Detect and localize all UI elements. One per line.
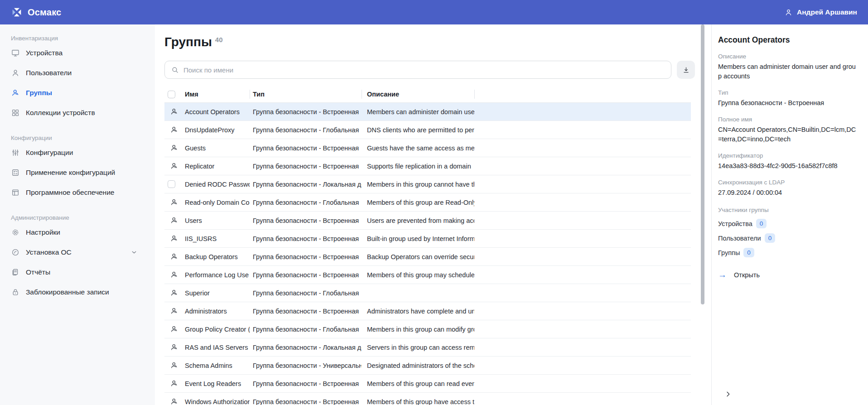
user-menu[interactable]: Андрей Аршавин	[784, 8, 857, 17]
sidebar-item-configurations[interactable]: Конфигурации	[11, 143, 155, 163]
download-icon	[682, 66, 690, 74]
table-row[interactable]: Event Log Readers Группа безопасности - …	[164, 375, 691, 393]
table-row[interactable]: Backup Operators Группа безопасности - В…	[164, 248, 691, 266]
top-header: Осмакс Андрей Аршавин	[0, 0, 868, 24]
table-row[interactable]: DnsUpdateProxy Группа безопасности - Гло…	[164, 121, 691, 139]
details-field-value: Members can administer domain user and g…	[718, 62, 857, 81]
sidebar-section: Конфигурации Конфигурации Применение кон…	[11, 134, 155, 202]
table-row[interactable]: Superior Группа безопасности - Глобальна…	[164, 284, 691, 302]
table-row[interactable]: Administrators Группа безопасности - Вст…	[164, 302, 691, 320]
group-icon	[170, 234, 178, 243]
group-icon	[170, 162, 178, 170]
details-field-value: Группа безопасности - Встроенная	[718, 98, 857, 108]
sidebar-item-os-install[interactable]: Установка ОС	[11, 242, 155, 262]
group-icon	[170, 397, 178, 405]
details-field: Идентификатор 14ea3a83-88d3-4fc2-90d5-16…	[718, 151, 857, 171]
sidebar-section: Инвентаризация Устройства Пользователи Г…	[11, 34, 155, 123]
table-row[interactable]: Performance Log Use Группа безопасности …	[164, 266, 691, 284]
sidebar-item-device-collections[interactable]: Коллекции устройств	[11, 103, 155, 123]
details-field: Тип Группа безопасности - Встроенная	[718, 88, 857, 108]
row-type: Группа безопасности - Встроенная	[250, 271, 362, 279]
arrow-right-icon: →	[718, 270, 727, 279]
details-field: Синхронизация с LDAP 27.09.2024 / 00:00:…	[718, 178, 857, 198]
details-field: Описание Members can administer domain u…	[718, 52, 857, 81]
search-icon	[171, 66, 179, 74]
row-type: Группа безопасности - Глобальная	[250, 126, 362, 134]
sidebar-item-software[interactable]: Программное обеспечение	[11, 183, 155, 202]
row-type: Группа безопасности - Встроенная	[250, 398, 362, 405]
disc-icon	[11, 248, 20, 257]
table-row[interactable]: Replicator Группа безопасности - Встроен…	[164, 157, 691, 175]
row-type: Группа безопасности - Локальная до	[250, 344, 362, 351]
row-description: Members of this group have access to	[362, 398, 474, 405]
row-name: Replicator	[184, 163, 250, 170]
sidebar-item-users[interactable]: Пользователи	[11, 63, 155, 83]
open-link[interactable]: → Открыть	[718, 270, 857, 279]
sidebar-item-config-apply[interactable]: Применение конфигураций	[11, 163, 155, 183]
layout-icon	[11, 188, 20, 197]
table-row[interactable]: Account Operators Группа безопасности - …	[164, 103, 691, 121]
row-type: Группа безопасности - Встроенная	[250, 108, 362, 116]
table-row[interactable]: Guests Группа безопасности - Встроенная …	[164, 139, 691, 157]
row-description: DNS clients who are permitted to perfo	[362, 126, 474, 134]
row-name: Administrators	[184, 308, 250, 315]
gear-icon	[11, 228, 20, 237]
vertical-scrollbar[interactable]	[701, 24, 704, 304]
row-name: RAS and IAS Servers	[184, 344, 250, 351]
table-row[interactable]: Read-only Domain Co Группа безопасности …	[164, 193, 691, 212]
table-row[interactable]: IIS_IUSRS Группа безопасности - Встроенн…	[164, 230, 691, 248]
row-checkbox[interactable]	[168, 180, 175, 188]
row-type: Группа безопасности - Глобальная	[250, 289, 362, 297]
sidebar-item-label: Применение конфигураций	[26, 169, 115, 177]
row-type: Группа безопасности - Встроенная	[250, 145, 362, 152]
details-field-label: Тип	[718, 88, 857, 97]
collapse-panel-button[interactable]	[722, 388, 734, 400]
search-row	[164, 61, 695, 79]
row-description: Members in this group can modify grou	[362, 326, 474, 333]
group-icon	[170, 343, 178, 352]
sidebar-item-locked-accounts[interactable]: Заблокированные записи	[11, 282, 155, 302]
details-field-label: Синхронизация с LDAP	[718, 178, 857, 187]
sidebar-section-label: Конфигурации	[11, 134, 155, 143]
member-label: Группы	[718, 249, 740, 256]
table-row[interactable]: Denied RODC Passwo Группа безопасности -…	[164, 175, 691, 193]
search-input[interactable]	[183, 66, 665, 74]
member-count-badge: 0	[743, 248, 754, 257]
member-row: Группы 0	[718, 247, 857, 258]
members-section: Участники группы Устройства 0 Пользовате…	[718, 206, 857, 258]
sidebar-item-reports[interactable]: Отчёты	[11, 262, 155, 282]
group-icon	[170, 325, 178, 333]
table-row[interactable]: Users Группа безопасности - Встроенная U…	[164, 212, 691, 230]
details-field: Полное имя CN=Account Operators,CN=Built…	[718, 115, 857, 144]
group-icon	[170, 107, 178, 116]
table-row[interactable]: RAS and IAS Servers Группа безопасности …	[164, 338, 691, 357]
sidebar-item-settings[interactable]: Настройки	[11, 222, 155, 242]
details-field-label: Полное имя	[718, 115, 857, 124]
details-field-label: Идентификатор	[718, 151, 857, 160]
row-description: Members in this group cannot have the	[362, 181, 474, 188]
row-description: Built-in group used by Internet Informa	[362, 235, 474, 242]
row-description: Supports file replication in a domain	[362, 163, 474, 170]
member-count-badge: 0	[765, 233, 776, 243]
monitor-icon	[11, 48, 20, 58]
sidebar-item-devices[interactable]: Устройства	[11, 43, 155, 63]
row-name: Users	[184, 217, 250, 224]
row-name: Group Policy Creator (	[184, 326, 250, 333]
checklist-icon	[11, 168, 20, 177]
row-description: Administrators have complete and unr	[362, 308, 474, 315]
chevron-right-icon	[724, 391, 732, 398]
users-icon	[11, 88, 20, 97]
details-field-value: CN=Account Operators,CN=Builtin,DC=lcm,D…	[718, 125, 857, 144]
row-name: Windows Authorizatior	[184, 398, 250, 405]
row-description: Backup Operators can override securit	[362, 253, 474, 260]
row-name: Account Operators	[184, 108, 250, 116]
page-count: 40	[215, 36, 223, 43]
report-icon	[11, 268, 20, 277]
table-row[interactable]: Windows Authorizatior Группа безопасност…	[164, 393, 691, 405]
table-row[interactable]: Schema Admins Группа безопасности - Унив…	[164, 357, 691, 375]
select-all-checkbox[interactable]	[168, 91, 175, 98]
table-row[interactable]: Group Policy Creator ( Группа безопаснос…	[164, 320, 691, 338]
sidebar-item-groups[interactable]: Группы	[11, 83, 155, 103]
column-header-name: Имя	[184, 86, 250, 102]
download-button[interactable]	[677, 61, 695, 79]
